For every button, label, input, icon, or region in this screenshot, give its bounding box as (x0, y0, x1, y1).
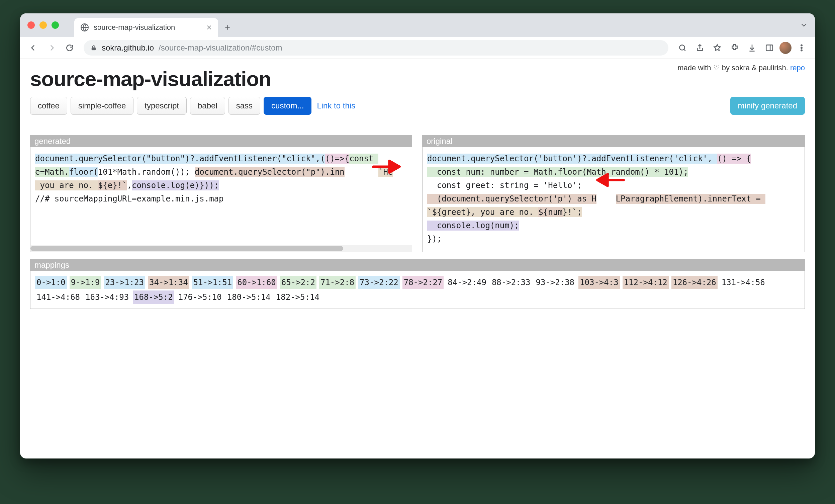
code-seg: inn (330, 167, 344, 177)
extensions-button[interactable] (727, 40, 742, 55)
lock-icon (90, 44, 97, 51)
preset-coffee-button[interactable]: coffee (30, 97, 67, 115)
credit-prefix: made with (677, 64, 713, 72)
repo-link[interactable]: repo (790, 64, 805, 72)
mapping-item[interactable]: 163->4:93 (84, 290, 130, 304)
code-seg: random()); (142, 167, 190, 177)
svg-point-4 (801, 44, 802, 45)
close-tab-icon[interactable] (206, 24, 212, 31)
mapping-item[interactable]: 168->5:2 (133, 290, 174, 304)
mapping-item[interactable]: 84->2:49 (446, 276, 488, 289)
mapping-item[interactable]: 103->4:3 (578, 276, 620, 289)
code-seg: document. (195, 167, 238, 177)
preset-custom-button[interactable]: custom... (264, 97, 311, 115)
mapping-item[interactable]: 73->2:22 (358, 276, 400, 289)
preset-typescript-button[interactable]: typescript (137, 97, 187, 115)
code-seg: querySelector('button')?. (471, 154, 591, 164)
mapping-item[interactable]: 23->1:23 (104, 276, 145, 289)
mapping-item[interactable]: 71->2:8 (319, 276, 355, 289)
code-seg: ()=>{ (325, 154, 349, 164)
code-seg: querySelector('p') as H (485, 194, 596, 204)
mapping-item[interactable]: 112->4:12 (623, 276, 669, 289)
mapping-item[interactable]: 9->1:9 (69, 276, 101, 289)
original-panel-header: original (423, 135, 805, 147)
code-seg: 101); (664, 167, 688, 177)
code-seg: const greet: string = 'Hello'; (427, 180, 582, 190)
side-panel-button[interactable] (762, 40, 777, 55)
globe-icon (80, 23, 89, 32)
back-button[interactable] (26, 40, 41, 55)
generated-code[interactable]: document.querySelector("button")?.addEve… (30, 147, 412, 211)
tabs-menu-icon[interactable] (799, 21, 808, 29)
code-seg: //# sourceMappingURL=example.min.js.map (35, 194, 224, 203)
mapping-item[interactable]: 131->4:56 (720, 276, 767, 289)
code-seg: const (349, 154, 378, 164)
original-code[interactable]: document.querySelector('button')?.addEve… (423, 147, 805, 252)
mapping-item[interactable]: 0->1:0 (35, 276, 67, 289)
mapping-item[interactable]: 65->2:2 (280, 276, 317, 289)
reload-button[interactable] (62, 40, 77, 55)
code-seg: 101* (98, 167, 117, 177)
mappings-body[interactable]: 0->1:09->1:923->1:2334->1:3451->1:5160->… (30, 271, 805, 308)
forward-button[interactable] (44, 40, 59, 55)
profile-avatar[interactable] (779, 42, 792, 54)
scrollbar-thumb[interactable] (30, 246, 343, 251)
fullscreen-window-button[interactable] (52, 21, 59, 29)
preset-simple-coffee-button[interactable]: simple-coffee (70, 97, 134, 115)
mappings-header: mappings (30, 259, 805, 271)
search-button[interactable] (675, 40, 690, 55)
mapping-item[interactable]: 126->4:26 (671, 276, 718, 289)
code-seg: Math. (45, 167, 69, 177)
kebab-menu-button[interactable] (794, 40, 809, 55)
preset-babel-button[interactable]: babel (190, 97, 225, 115)
code-seg: document. (427, 154, 471, 164)
code-seg: Math. (587, 167, 611, 177)
code-seg: ${ (538, 207, 548, 217)
code-seg: e= (35, 167, 45, 177)
code-seg: floor( (558, 167, 587, 177)
code-seg: () => { (717, 154, 751, 164)
mapping-item[interactable]: 78->2:27 (403, 276, 444, 289)
preset-sass-button[interactable]: sass (228, 97, 260, 115)
code-seg: num (495, 221, 509, 230)
new-tab-button[interactable] (220, 20, 235, 35)
mapping-item[interactable]: 182->5:14 (274, 290, 321, 304)
generated-scrollbar[interactable] (30, 245, 412, 252)
code-seg: log( (476, 221, 495, 230)
url-host: sokra.github.io (102, 43, 154, 53)
svg-point-2 (679, 45, 685, 50)
bookmark-button[interactable] (710, 40, 725, 55)
close-window-button[interactable] (27, 21, 35, 29)
code-seg: innerText = (708, 194, 766, 204)
code-seg: querySelector("button")?. (79, 154, 199, 164)
mapping-item[interactable]: 176->5:10 (177, 290, 223, 304)
browser-tab[interactable]: source-map-visualization (74, 18, 218, 37)
minify-generated-button[interactable]: minify generated (730, 97, 805, 115)
downloads-button[interactable] (745, 40, 759, 55)
code-seg: , (127, 180, 132, 190)
mapping-item[interactable]: 93->2:38 (534, 276, 576, 289)
code-seg: querySelector("p"). (238, 167, 330, 177)
link-to-this[interactable]: Link to this (317, 101, 355, 110)
mapping-item[interactable]: 60->1:60 (236, 276, 277, 289)
mapping-item[interactable]: 51->1:51 (192, 276, 233, 289)
code-seg: floor( (69, 167, 98, 177)
plus-icon (224, 24, 231, 31)
mapping-item[interactable]: 141->4:68 (35, 290, 81, 304)
svg-point-6 (801, 49, 802, 51)
address-bar[interactable]: sokra.github.io/source-map-visualization… (84, 40, 668, 56)
code-seg: const (427, 167, 466, 177)
mapping-item[interactable]: 180->5:14 (226, 290, 272, 304)
share-button[interactable] (692, 40, 707, 55)
code-seg: document. (35, 154, 79, 164)
mapping-item[interactable]: 88->2:33 (490, 276, 532, 289)
window-controls (27, 21, 59, 29)
minimize-window-button[interactable] (39, 21, 47, 29)
svg-rect-3 (766, 45, 773, 51)
generated-panel: generated document.querySelector("button… (30, 135, 412, 245)
url-path: /source-map-visualization/#custom (159, 43, 282, 53)
code-seg: Math. (117, 167, 142, 177)
tab-title: source-map-visualization (94, 23, 175, 32)
mapping-item[interactable]: 34->1:34 (148, 276, 189, 289)
code-seg: log( (170, 180, 190, 190)
